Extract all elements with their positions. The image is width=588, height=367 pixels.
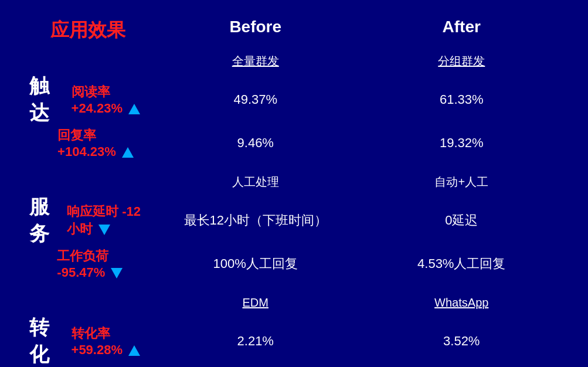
read-rate-after: 61.33% [359,92,565,107]
response-delay-arrow-down-icon [98,225,110,235]
read-rate-arrow-up-icon [128,104,140,114]
header-row: 应用效果 Before After [23,18,565,43]
conversion-after-label: WhatsApp [359,296,565,310]
conversion-rate-arrow-up-icon [128,345,140,356]
response-delay-after: 0延迟 [359,212,565,229]
conversion-before-label: EDM [152,296,359,310]
service-section-label-cell: 服务 响应延时 -12小时 [23,193,152,247]
workload-before: 100%人工回复 [152,255,359,273]
reply-rate-metric: 回复率 +104.23% [57,127,152,159]
before-header: Before [152,18,359,43]
conversion-section: EDM WhatsApp 转化 转化率 +59.28% 2.21% 3.52% [23,291,565,367]
service-subheader-row: 人工处理 自动+人工 [23,170,565,193]
read-rate-metric: 阅读率 +24.23% [72,83,152,116]
service-section: 人工处理 自动+人工 服务 响应延时 -12小时 最长12小时（下班时间） 0延… [23,170,565,280]
reply-rate-before: 9.46% [152,135,359,151]
main-container: 应用效果 Before After 全量群发 分组群发 触达 阅读率 +24.2… [0,0,588,367]
service-label: 服务 [29,193,59,247]
conversion-rate-after: 3.52% [359,334,565,349]
app-title: 应用效果 [23,18,152,43]
reach-label: 触达 [29,73,59,127]
reply-rate-arrow-up-icon [122,147,134,158]
reach-section-label-cell: 触达 阅读率 +24.23% [23,73,152,127]
reach-after-label: 分组群发 [359,53,565,69]
conversion-rate-metric: 转化率 +59.28% [72,325,152,358]
workload-metric: 工作负荷 -95.47% [57,247,152,280]
response-delay-metric: 响应延时 -12小时 [67,203,152,238]
workload-metric-cell: 工作负荷 -95.47% [23,247,152,280]
reach-before-label: 全量群发 [152,53,359,69]
service-before-label: 人工处理 [152,174,359,190]
reach-section: 全量群发 分组群发 触达 阅读率 +24.23% 49.37% 61.33% 回… [23,49,565,159]
service-after-label: 自动+人工 [359,174,565,190]
response-delay-before: 最长12小时（下班时间） [152,212,359,229]
response-delay-row: 服务 响应延时 -12小时 最长12小时（下班时间） 0延迟 [23,193,565,247]
workload-row: 工作负荷 -95.47% 100%人工回复 4.53%人工回复 [23,247,565,280]
conversion-rate-row: 转化 转化率 +59.28% 2.21% 3.52% [23,314,565,367]
workload-after: 4.53%人工回复 [359,255,565,273]
conversion-section-label-cell: 转化 转化率 +59.28% [23,314,152,367]
reach-subheader-row: 全量群发 分组群发 [23,49,565,73]
reply-rate-after: 19.32% [359,135,565,151]
after-header: After [359,18,565,43]
conversion-subheader-row: EDM WhatsApp [23,291,565,314]
workload-arrow-down-icon [111,268,123,278]
reply-rate-row: 回复率 +104.23% 9.46% 19.32% [23,127,565,159]
read-rate-before: 49.37% [152,92,359,107]
conversion-label: 转化 [29,314,59,367]
reply-rate-metric-cell: 回复率 +104.23% [23,127,152,159]
read-rate-row: 触达 阅读率 +24.23% 49.37% 61.33% [23,73,565,127]
conversion-rate-before: 2.21% [152,334,359,349]
